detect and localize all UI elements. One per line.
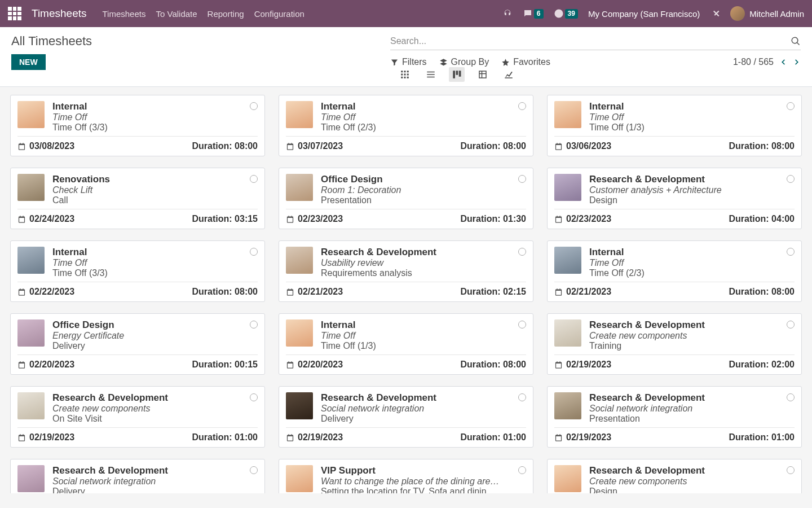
- timesheet-card[interactable]: Research & DevelopmentCreate new compone…: [10, 386, 265, 448]
- timesheet-card[interactable]: Research & DevelopmentSocial network int…: [279, 386, 533, 448]
- status-indicator[interactable]: [250, 102, 258, 110]
- status-indicator[interactable]: [518, 102, 526, 110]
- card-task: Energy Certificate: [52, 331, 258, 341]
- status-indicator[interactable]: [250, 466, 258, 474]
- user-menu[interactable]: Mitchell Admin: [730, 6, 804, 21]
- status-indicator[interactable]: [250, 248, 258, 256]
- card-task: Create new components: [589, 476, 795, 487]
- card-task: Time Off: [52, 112, 258, 122]
- card-desc: Setting the location for TV, Sofa and di…: [321, 487, 526, 493]
- kanban-view[interactable]: InternalTime OffTime Off (3/3)03/08/2023…: [0, 87, 812, 493]
- pager-prev-icon[interactable]: [779, 58, 787, 66]
- timesheet-card[interactable]: Research & DevelopmentCustomer analysis …: [547, 168, 802, 229]
- apps-icon[interactable]: [8, 7, 21, 20]
- status-indicator[interactable]: [518, 321, 526, 329]
- card-desc: Design: [589, 195, 795, 205]
- list-icon: [426, 69, 436, 80]
- timesheet-card[interactable]: InternalTime OffTime Off (1/3)02/20/2023…: [279, 313, 533, 375]
- status-indicator[interactable]: [518, 248, 526, 256]
- timesheet-card[interactable]: VIP SupportWant to change the place of t…: [279, 459, 533, 493]
- page-title: All Timesheets: [11, 34, 390, 49]
- timesheet-card[interactable]: Research & DevelopmentSocial network int…: [10, 459, 265, 493]
- status-indicator[interactable]: [787, 393, 795, 401]
- timesheet-card[interactable]: RenovationsCheck LiftCall02/24/2023Durat…: [10, 168, 265, 229]
- card-desc: Time Off (3/3): [52, 122, 258, 133]
- status-indicator[interactable]: [518, 393, 526, 401]
- card-desc: Presentation: [321, 195, 526, 205]
- timesheet-card[interactable]: Research & DevelopmentCreate new compone…: [547, 313, 802, 375]
- timesheet-card[interactable]: InternalTime OffTime Off (3/3)02/22/2023…: [10, 240, 265, 302]
- timesheet-card[interactable]: InternalTime OffTime Off (3/3)03/08/2023…: [10, 95, 265, 156]
- layers-icon: [439, 58, 448, 67]
- card-task: Social network integration: [52, 476, 258, 487]
- search-bar[interactable]: [390, 34, 801, 50]
- app-brand[interactable]: Timesheets: [32, 7, 87, 20]
- view-kanban-all[interactable]: [397, 67, 413, 82]
- card-date: 02/19/2023: [29, 432, 74, 443]
- pager-text[interactable]: 1-80 / 565: [733, 57, 774, 67]
- timesheet-card[interactable]: InternalTime OffTime Off (2/3)03/07/2023…: [279, 95, 533, 156]
- card-desc: Call: [52, 195, 258, 205]
- status-indicator[interactable]: [518, 175, 526, 183]
- status-indicator[interactable]: [787, 466, 795, 474]
- view-pivot[interactable]: [475, 67, 491, 82]
- calendar-icon: [17, 361, 26, 369]
- view-list[interactable]: [423, 67, 439, 82]
- search-input[interactable]: [390, 36, 791, 46]
- card-project: Research & Development: [589, 319, 795, 331]
- search-icon[interactable]: [791, 36, 801, 46]
- timesheet-card[interactable]: InternalTime OffTime Off (1/3)03/06/2023…: [547, 95, 802, 156]
- funnel-icon: [390, 58, 399, 67]
- employee-avatar: [554, 101, 581, 128]
- employee-avatar: [554, 465, 581, 492]
- card-desc: On Site Visit: [52, 414, 258, 424]
- card-desc: Delivery: [52, 341, 258, 351]
- card-project: Office Design: [52, 319, 258, 331]
- card-task: Social network integration: [321, 404, 526, 414]
- filters-button[interactable]: Filters: [390, 57, 427, 67]
- pager-next-icon[interactable]: [793, 58, 801, 66]
- timesheet-card[interactable]: InternalTime OffTime Off (2/3)02/21/2023…: [547, 240, 802, 302]
- card-desc: Time Off (3/3): [52, 268, 258, 278]
- nav-to-validate[interactable]: To Validate: [156, 9, 197, 19]
- view-kanban[interactable]: [449, 67, 465, 82]
- timesheet-card[interactable]: Office DesignEnergy CertificateDelivery0…: [10, 313, 265, 375]
- messages-button[interactable]: 6: [523, 8, 544, 19]
- activities-button[interactable]: 39: [554, 8, 578, 19]
- card-task: Want to change the place of the dining a…: [321, 476, 526, 487]
- pivot-icon: [478, 69, 488, 80]
- company-switcher[interactable]: My Company (San Francisco): [588, 9, 700, 19]
- timesheet-card[interactable]: Research & DevelopmentSocial network int…: [547, 386, 802, 448]
- status-indicator[interactable]: [787, 102, 795, 110]
- card-task: Create new components: [52, 404, 258, 414]
- status-indicator[interactable]: [250, 321, 258, 329]
- calendar-icon: [286, 142, 294, 151]
- groupby-button[interactable]: Group By: [439, 57, 489, 67]
- grid-icon: [400, 69, 410, 80]
- star-icon: [501, 58, 510, 67]
- new-button[interactable]: NEW: [11, 54, 46, 70]
- card-desc: Time Off (2/3): [589, 268, 795, 278]
- favorites-button[interactable]: Favorites: [501, 57, 550, 67]
- timesheet-card[interactable]: Office DesignRoom 1: DecorationPresentat…: [279, 168, 533, 229]
- card-task: Social network integration: [589, 404, 795, 414]
- status-indicator[interactable]: [787, 175, 795, 183]
- status-indicator[interactable]: [518, 466, 526, 474]
- nav-timesheets[interactable]: Timesheets: [103, 9, 146, 19]
- debug-icon[interactable]: [710, 8, 720, 19]
- card-duration: Duration: 08:00: [461, 360, 526, 370]
- card-duration: Duration: 08:00: [729, 287, 795, 297]
- nav-reporting[interactable]: Reporting: [208, 9, 244, 19]
- card-task: Check Lift: [52, 185, 258, 195]
- card-date: 03/06/2023: [566, 141, 611, 151]
- support-icon[interactable]: [502, 8, 513, 19]
- nav-configuration[interactable]: Configuration: [254, 9, 304, 19]
- status-indicator[interactable]: [250, 175, 258, 183]
- timesheet-card[interactable]: Research & DevelopmentCreate new compone…: [547, 459, 802, 493]
- status-indicator[interactable]: [250, 393, 258, 401]
- timesheet-card[interactable]: Research & DevelopmentUsability reviewRe…: [279, 240, 533, 302]
- status-indicator[interactable]: [787, 321, 795, 329]
- view-graph[interactable]: [501, 67, 517, 82]
- status-indicator[interactable]: [787, 248, 795, 256]
- card-date: 02/20/2023: [29, 360, 74, 370]
